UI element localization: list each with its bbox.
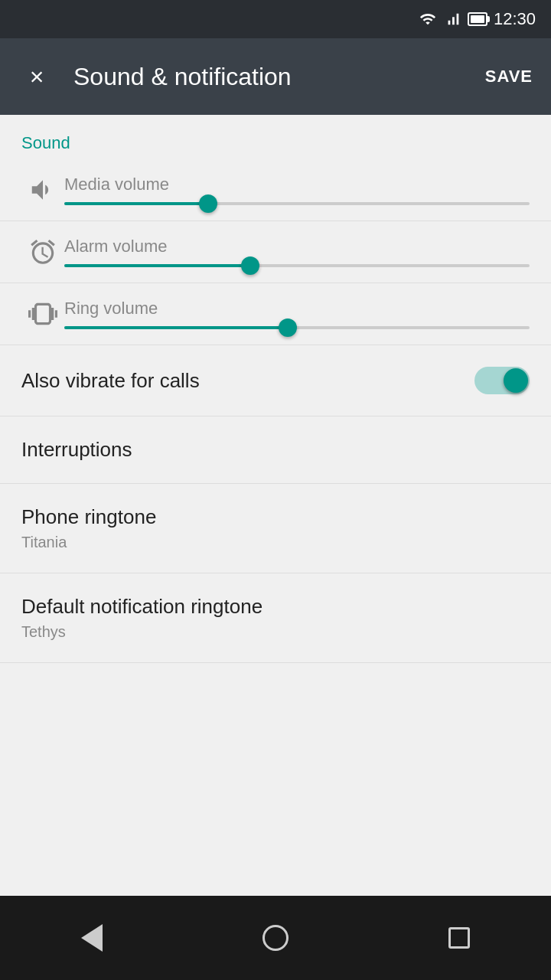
interruptions-row[interactable]: Interruptions xyxy=(0,416,551,484)
close-button[interactable]: × xyxy=(18,58,55,95)
bottom-nav xyxy=(0,896,551,980)
save-button[interactable]: SAVE xyxy=(485,67,533,87)
ring-volume-fill xyxy=(64,326,288,329)
vibrate-icon xyxy=(28,299,57,328)
interruptions-label: Interruptions xyxy=(21,438,132,462)
sound-section-header: Sound xyxy=(0,115,551,159)
home-icon xyxy=(262,925,289,951)
phone-ringtone-row[interactable]: Phone ringtone Titania xyxy=(0,484,551,573)
wifi-icon xyxy=(417,11,439,28)
alarm-volume-slider[interactable] xyxy=(64,264,530,267)
vibrate-calls-row[interactable]: Also vibrate for calls xyxy=(0,345,551,416)
battery-icon xyxy=(468,12,487,26)
ring-volume-row: Ring volume xyxy=(0,283,551,345)
alarm-volume-icon xyxy=(21,237,64,266)
back-button[interactable] xyxy=(61,915,122,961)
status-bar: 12:30 xyxy=(0,0,551,38)
app-bar: × Sound & notification SAVE xyxy=(0,38,551,115)
recent-icon xyxy=(448,927,470,949)
media-volume-thumb[interactable] xyxy=(199,194,217,213)
back-icon xyxy=(81,924,103,952)
alarm-volume-label: Alarm volume xyxy=(64,237,530,256)
toggle-knob xyxy=(504,368,528,393)
vibrate-calls-toggle[interactable] xyxy=(474,367,530,394)
alarm-icon xyxy=(28,237,57,266)
default-notification-row[interactable]: Default notification ringtone Tethys xyxy=(0,573,551,663)
alarm-volume-content: Alarm volume xyxy=(64,237,530,267)
content-area: Sound Media volume Alarm volume xyxy=(0,115,551,896)
recent-button[interactable] xyxy=(429,915,490,961)
alarm-volume-row: Alarm volume xyxy=(0,221,551,283)
default-notification-title: Default notification ringtone xyxy=(21,595,530,619)
page-title: Sound & notification xyxy=(73,63,485,91)
default-notification-value: Tethys xyxy=(21,623,530,641)
phone-ringtone-value: Titania xyxy=(21,534,530,551)
home-button[interactable] xyxy=(245,915,306,961)
alarm-volume-fill xyxy=(64,264,250,267)
status-icons: 12:30 xyxy=(417,9,536,29)
alarm-volume-thumb[interactable] xyxy=(241,256,259,275)
media-volume-fill xyxy=(64,202,208,205)
vibrate-calls-label: Also vibrate for calls xyxy=(21,369,200,393)
ring-volume-content: Ring volume xyxy=(64,299,530,329)
status-time: 12:30 xyxy=(494,9,536,29)
media-volume-label: Media volume xyxy=(64,175,530,194)
phone-ringtone-title: Phone ringtone xyxy=(21,505,530,529)
signal-icon xyxy=(445,11,461,28)
media-volume-slider[interactable] xyxy=(64,202,530,205)
ring-volume-label: Ring volume xyxy=(64,299,530,318)
ring-volume-slider[interactable] xyxy=(64,326,530,329)
ring-volume-thumb[interactable] xyxy=(279,318,297,337)
media-volume-row: Media volume xyxy=(0,159,551,221)
ring-volume-icon xyxy=(21,299,64,328)
media-volume-icon xyxy=(21,175,64,204)
media-volume-content: Media volume xyxy=(64,175,530,205)
speaker-icon xyxy=(28,175,57,204)
